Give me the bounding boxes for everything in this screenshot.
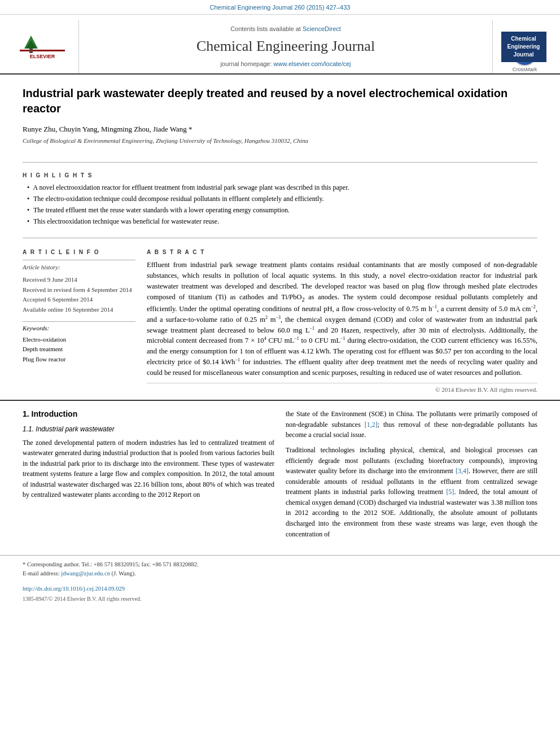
footnote-email: E-mail address: jdwang@zjur.edu.cn (J. W… [23, 569, 537, 578]
article-header: ✓ CrossMark Industrial park wastewater d… [0, 75, 560, 158]
email-link[interactable]: jdwang@zjur.edu.cn [61, 570, 110, 576]
history-title: Article history: [23, 263, 135, 273]
highlight-text-1: A novel electrooxidation reactor for eff… [33, 184, 349, 191]
introduction-section: 1. Introduction 1.1. Industrial park was… [0, 400, 560, 549]
journal-title: Chemical Engineering Journal [196, 36, 375, 56]
copyright-line: © 2014 Elsevier B.V. All rights reserved… [147, 383, 537, 394]
abstract-paragraph: Effluent from industrial park sewage tre… [147, 260, 537, 378]
intro-left-column: 1. Introduction 1.1. Industrial park was… [23, 409, 274, 544]
highlight-text-2: The electro-oxidation technique could de… [33, 195, 324, 203]
elsevier-logo: ELSEVIER [20, 36, 65, 58]
abstract-column: A B S T R A C T Effluent from industrial… [147, 248, 537, 394]
bullet-icon: • [27, 206, 29, 214]
header-center: Contents lists available at ScienceDirec… [79, 20, 492, 73]
available-online-date: Available online 16 September 2014 [23, 305, 135, 315]
divider-1 [23, 162, 537, 163]
ref-1-2[interactable]: [1,2] [365, 421, 378, 429]
intro-right-column: the State of the Environment (SOE) in Ch… [286, 409, 537, 544]
bullet-icon: • [27, 217, 29, 225]
article-history: Article history: Received 9 June 2014 Re… [23, 260, 135, 314]
sciencedirect-link[interactable]: ScienceDirect [303, 25, 341, 32]
doi-section: http://dx.doi.org/10.1016/j.cej.2014.09.… [0, 582, 560, 596]
affiliation: College of Biological & Environmental En… [23, 137, 537, 145]
section1-heading: 1. Introduction [23, 409, 274, 420]
ref-3-4[interactable]: [3,4] [456, 467, 469, 475]
list-item: • The treated effluent met the reuse wat… [23, 206, 537, 215]
footnote-corresponding: * Corresponding author. Tel.: +86 571 88… [23, 560, 537, 569]
received-date: Received 9 June 2014 [23, 275, 135, 285]
intro-paragraph-3: Traditional technologies including physi… [286, 445, 537, 539]
intro-paragraph-2: the State of the Environment (SOE) in Ch… [286, 409, 537, 440]
homepage-link[interactable]: www.elsevier.com/locate/cej [274, 60, 351, 67]
accepted-date: Accepted 6 September 2014 [23, 295, 135, 305]
header-logo-area: ELSEVIER [11, 20, 79, 73]
highlights-section: H I G H L I G H T S • A novel electrooxi… [0, 167, 560, 233]
journal-header: ELSEVIER Contents lists available at Sci… [0, 15, 560, 74]
doi-copyright: 1385-8947/© 2014 Elsevier B.V. All right… [0, 595, 560, 606]
svg-text:ELSEVIER: ELSEVIER [29, 54, 55, 59]
contents-available-text: Contents lists available at ScienceDirec… [230, 25, 341, 33]
footnote-section: * Corresponding author. Tel.: +86 571 88… [0, 555, 560, 582]
header-right-logo: ChemicalEngineeringJournal [492, 20, 549, 73]
ref-5[interactable]: [5] [446, 488, 454, 496]
list-item: • The electro-oxidation technique could … [23, 194, 537, 204]
journal-homepage: journal homepage: www.elsevier.com/locat… [220, 60, 351, 68]
keywords-label: Keywords: [23, 324, 135, 333]
journal-logo-box: ChemicalEngineeringJournal [501, 32, 546, 62]
intro-left-text: The zoned developmental pattern of moder… [23, 438, 274, 501]
bullet-icon: • [27, 195, 29, 203]
article-title: Industrial park wastewater deeply treate… [23, 86, 537, 116]
doi-link-1[interactable]: http://dx.doi.org/10.1016/j.cej.2014.09.… [23, 585, 537, 593]
keywords-section: Keywords: Electro-oxidation Depth treatm… [23, 321, 135, 364]
authors-text: Runye Zhu, Chuyin Yang, Mingming Zhou, J… [23, 125, 193, 133]
keyword-3: Plug flow reactor [23, 355, 135, 365]
intro-right-text: the State of the Environment (SOE) in Ch… [286, 409, 537, 539]
svg-rect-0 [20, 50, 65, 51]
received-revised-date: Received in revised form 4 September 201… [23, 285, 135, 295]
authors: Runye Zhu, Chuyin Yang, Mingming Zhou, J… [23, 124, 537, 134]
journal-ref-text: Chemical Engineering Journal 260 (2015) … [210, 4, 351, 11]
highlight-text-4: This electrooxidation technique was bene… [33, 217, 219, 225]
svg-rect-3 [29, 49, 33, 53]
journal-reference-bar: Chemical Engineering Journal 260 (2015) … [0, 0, 560, 15]
section1-1-heading: 1.1. Industrial park wastewater [23, 425, 274, 434]
list-item: • A novel electrooxidation reactor for e… [23, 183, 537, 193]
highlights-label: H I G H L I G H T S [23, 172, 537, 180]
divider-2 [23, 238, 537, 238]
bullet-icon: • [27, 184, 29, 191]
intro-two-col: 1. Introduction 1.1. Industrial park was… [23, 409, 537, 544]
highlights-list: • A novel electrooxidation reactor for e… [23, 183, 537, 226]
list-item: • This electrooxidation technique was be… [23, 217, 537, 226]
abstract-text: Effluent from industrial park sewage tre… [147, 260, 537, 378]
keyword-2: Depth treatment [23, 344, 135, 355]
article-info-abstract: A R T I C L E I N F O Article history: R… [0, 243, 560, 400]
page: Chemical Engineering Journal 260 (2015) … [0, 0, 560, 747]
intro-paragraph-1: The zoned developmental pattern of moder… [23, 438, 274, 501]
abstract-label: A B S T R A C T [147, 248, 537, 256]
highlight-text-3: The treated effluent met the reuse water… [33, 206, 290, 214]
article-info-label: A R T I C L E I N F O [23, 248, 135, 256]
keyword-1: Electro-oxidation [23, 335, 135, 345]
article-info-column: A R T I C L E I N F O Article history: R… [23, 248, 135, 394]
